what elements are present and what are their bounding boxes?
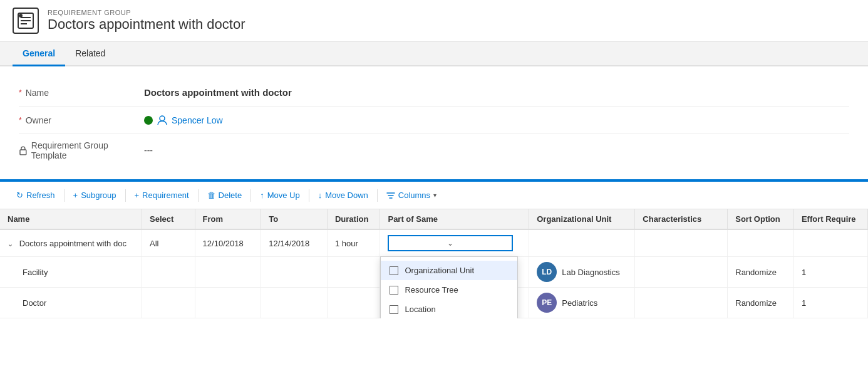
avatar-pe: PE <box>537 293 557 313</box>
table-container: Name Select From To Duration Part of Sam… <box>0 209 868 318</box>
form-row-name: * Name Doctors appointment with doctor <box>19 79 849 107</box>
row-doctor-duration <box>327 288 380 318</box>
delete-icon: 🗑 <box>207 191 215 200</box>
row-facility-from <box>195 257 261 288</box>
delete-button[interactable]: 🗑 Delete <box>201 187 249 204</box>
table-row[interactable]: ⌄ Doctors appointment with doc All 12/10… <box>0 229 868 257</box>
expand-icon[interactable]: ⌄ <box>8 240 13 248</box>
move-up-icon: ↑ <box>260 191 264 200</box>
col-header-select: Select <box>142 209 195 229</box>
page-header: REQUIREMENT GROUP Doctors appointment wi… <box>0 0 868 42</box>
col-header-sort-option: Sort Option <box>728 209 794 229</box>
dropdown-option-location[interactable]: Location <box>381 300 517 318</box>
lock-icon <box>19 145 28 155</box>
tab-related[interactable]: Related <box>65 42 115 66</box>
row-parent-sort-option <box>728 229 794 257</box>
data-table: Name Select From To Duration Part of Sam… <box>0 209 868 318</box>
row-facility-org-unit: LD Lab Diagnostics <box>529 257 635 288</box>
requirement-button[interactable]: + Requirement <box>128 187 195 204</box>
svg-point-4 <box>19 14 23 18</box>
move-up-button[interactable]: ↑ Move Up <box>254 187 306 204</box>
toolbar: ↻ Refresh + Subgroup + Requirement 🗑 Del… <box>0 182 868 209</box>
checkbox-location[interactable] <box>390 305 398 314</box>
dropdown-option-resource-tree[interactable]: Resource Tree <box>381 280 517 300</box>
row-doctor-org-unit: PE Pediatrics <box>529 288 635 318</box>
col-header-to: To <box>261 209 328 229</box>
col-header-characteristics: Characteristics <box>635 209 728 229</box>
columns-button[interactable]: Columns ▾ <box>380 187 443 204</box>
row-doctor-from <box>195 288 261 318</box>
columns-chevron-icon: ▾ <box>433 192 437 199</box>
row-parent-org-unit <box>529 229 635 257</box>
svg-rect-6 <box>20 150 26 155</box>
owner-value-container: Spencer Low <box>144 115 223 126</box>
row-parent-to: 12/14/2018 <box>261 229 328 257</box>
refresh-label: Refresh <box>26 191 55 200</box>
row-facility-characteristics <box>635 257 728 288</box>
row-facility-sort-option: Randomize <box>728 257 794 288</box>
separator-3 <box>198 189 199 202</box>
row-parent-duration: 1 hour <box>327 229 380 257</box>
owner-name[interactable]: Spencer Low <box>172 115 223 125</box>
header-text: REQUIREMENT GROUP Doctors appointment wi… <box>48 9 245 33</box>
form-row-template: Requirement Group Template --- <box>19 134 849 167</box>
move-down-button[interactable]: ↓ Move Down <box>312 187 375 204</box>
refresh-icon: ↻ <box>16 191 23 200</box>
row-facility-to <box>261 257 328 288</box>
row-doctor-characteristics <box>635 288 728 318</box>
chevron-down-icon: ⌄ <box>447 239 453 248</box>
requirement-label: Requirement <box>142 191 189 200</box>
dropdown-option-org-unit[interactable]: Organizational Unit <box>381 261 517 280</box>
table-header-row: Name Select From To Duration Part of Sam… <box>0 209 868 229</box>
name-label: * Name <box>19 88 144 98</box>
dropdown-option-resource-tree-label: Resource Tree <box>405 285 458 295</box>
separator-6 <box>377 189 378 202</box>
row-facility-duration <box>327 257 380 288</box>
status-dot <box>144 116 153 125</box>
checkbox-resource-tree[interactable] <box>390 286 398 295</box>
requirement-icon: + <box>135 191 140 200</box>
checkbox-org-unit[interactable] <box>390 266 398 275</box>
part-of-same-popup: Organizational Unit Resource Tree Locati… <box>380 256 518 318</box>
tabs-bar: General Related <box>0 42 868 66</box>
columns-label: Columns <box>398 191 430 200</box>
form-section: * Name Doctors appointment with doctor *… <box>0 66 868 182</box>
row-parent-characteristics <box>635 229 728 257</box>
row-facility-effort-required: 1 <box>793 257 867 288</box>
record-type-label: REQUIREMENT GROUP <box>48 9 245 16</box>
row-facility-name: Facility <box>0 257 142 288</box>
row-doctor-effort-required: 1 <box>793 288 867 318</box>
required-star-owner: * <box>19 116 22 125</box>
col-header-effort-required: Effort Require <box>793 209 867 229</box>
facility-org-unit-label: Lab Diagnostics <box>562 268 620 277</box>
separator-4 <box>251 189 251 202</box>
move-down-icon: ↓ <box>318 191 323 200</box>
col-header-org-unit: Organizational Unit <box>529 209 635 229</box>
doctor-org-unit-label: Pediatrics <box>562 298 597 308</box>
dropdown-option-org-unit-label: Organizational Unit <box>405 266 474 275</box>
dropdown-option-location-label: Location <box>405 305 435 314</box>
subgroup-icon: + <box>73 191 78 200</box>
svg-point-5 <box>160 116 165 121</box>
refresh-button[interactable]: ↻ Refresh <box>10 187 61 204</box>
separator-5 <box>309 189 309 202</box>
subgroup-button[interactable]: + Subgroup <box>67 187 123 204</box>
col-header-from: From <box>195 209 261 229</box>
grid-section: ↻ Refresh + Subgroup + Requirement 🗑 Del… <box>0 182 868 318</box>
required-star-name: * <box>19 88 22 97</box>
separator-2 <box>125 189 126 202</box>
move-down-label: Move Down <box>325 191 368 200</box>
owner-label: * Owner <box>19 115 144 125</box>
subgroup-label: Subgroup <box>81 191 116 200</box>
form-row-owner: * Owner Spencer Low <box>19 107 849 134</box>
columns-filter-icon <box>386 191 395 200</box>
record-title: Doctors appointment with doctor <box>48 16 245 33</box>
col-header-part-of-same: Part of Same <box>380 209 529 229</box>
row-doctor-sort-option: Randomize <box>728 288 794 318</box>
separator-1 <box>64 189 65 202</box>
row-parent-part-of-same: ⌄ Organizational Unit Resource Tree <box>380 229 529 257</box>
tab-general[interactable]: General <box>13 42 65 66</box>
move-up-label: Move Up <box>267 191 300 200</box>
part-of-same-dropdown[interactable]: ⌄ <box>388 235 513 251</box>
row-doctor-to <box>261 288 328 318</box>
